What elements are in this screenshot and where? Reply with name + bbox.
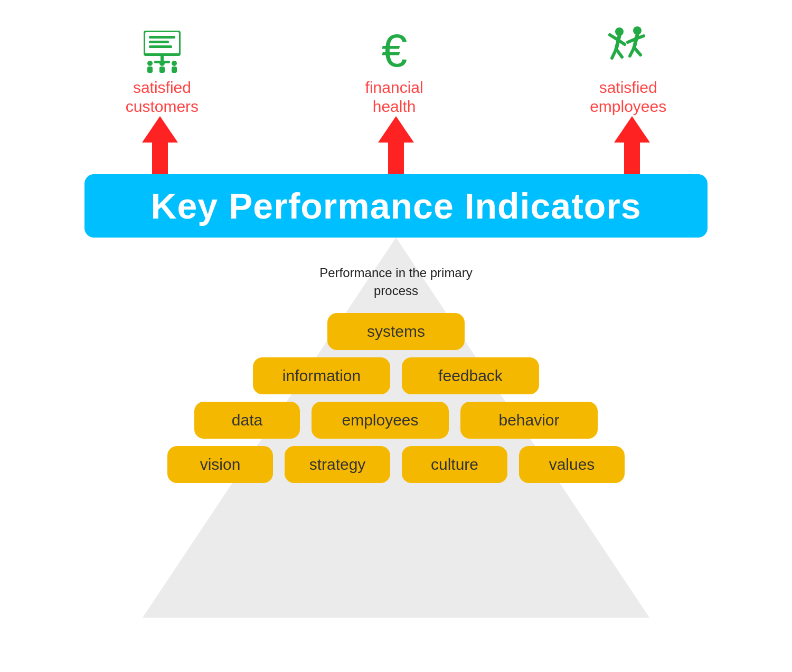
outcome-customers: satisfied customers [126,25,199,116]
arrows-section [0,116,792,174]
svg-rect-4 [149,45,172,48]
kpi-banner: Key Performance Indicators [84,174,708,238]
arrow-financial [382,116,410,174]
pill-employees: employees [312,402,449,439]
pill-culture: culture [402,446,507,483]
svg-rect-3 [149,41,169,43]
pyramid-content: Performance in the primaryprocess system… [84,238,708,486]
pill-strategy: strategy [285,446,390,483]
euro-icon: € [371,25,418,73]
svg-line-21 [634,35,637,48]
pyramid-row-1: systems [327,313,465,350]
arrow-head-customers [142,116,178,143]
outcome-employees: satisfied employees [590,25,666,116]
svg-line-19 [616,49,622,57]
customers-label: satisfied customers [126,78,199,116]
svg-point-9 [159,61,165,66]
svg-text:€: € [381,25,407,73]
arrow-head-employees [614,116,650,143]
pill-systems: systems [327,313,465,350]
pill-feedback: feedback [402,357,539,394]
pyramid-section: Performance in the primaryprocess system… [84,238,708,672]
process-label: Performance in the primaryprocess [319,264,472,299]
svg-rect-12 [172,67,177,73]
pill-behavior: behavior [460,402,598,439]
svg-rect-2 [149,36,175,39]
outcome-financial: € financial health [365,25,423,116]
employees-icon [605,25,652,73]
svg-rect-8 [147,67,153,73]
arrow-shaft-employees [624,143,640,174]
arrow-customers [146,116,174,174]
pyramid-row-2: information feedback [253,357,539,394]
svg-rect-5 [161,56,164,61]
employees-label: satisfied employees [590,78,666,116]
pill-values: values [519,446,625,483]
pill-information: information [253,357,390,394]
pill-data: data [194,402,300,439]
pyramid-row-3: data employees behavior [194,402,598,439]
arrow-employees [618,116,646,174]
svg-point-7 [147,61,153,66]
outcomes-section: satisfied customers € financial health [0,0,792,116]
svg-point-11 [172,61,177,66]
customers-icon [138,25,186,73]
svg-line-25 [634,48,640,55]
arrow-shaft-customers [152,143,168,174]
svg-rect-10 [159,67,165,73]
pyramid-row-4: vision strategy culture values [167,446,625,483]
pill-vision: vision [167,446,273,483]
arrow-shaft-financial [388,143,404,174]
arrow-head-financial [378,116,414,143]
kpi-title: Key Performance Indicators [150,185,641,226]
financial-label: financial health [365,78,423,116]
